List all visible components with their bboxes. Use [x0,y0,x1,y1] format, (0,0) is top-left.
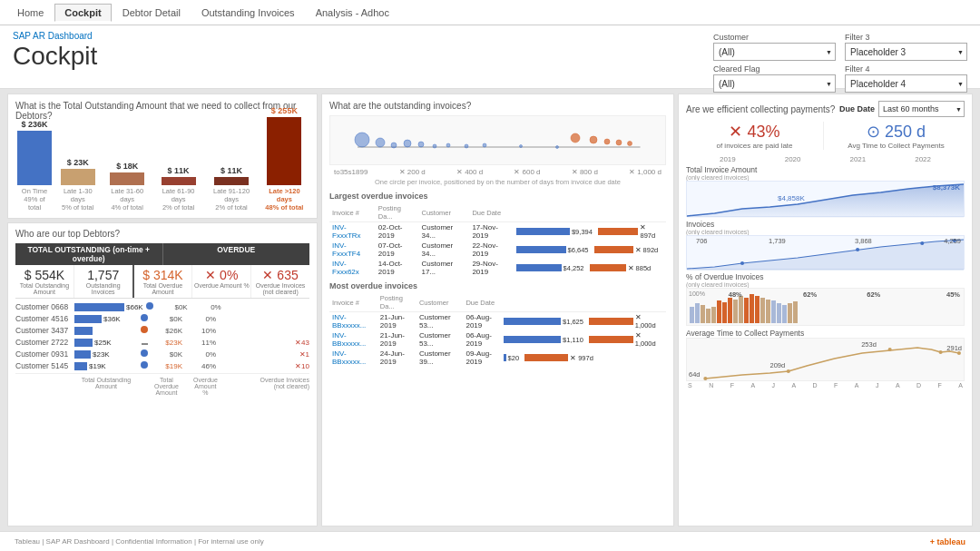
tab-home[interactable]: Home [7,4,54,22]
svg-point-17 [740,261,744,265]
period-select[interactable]: Last 60 months [878,101,965,117]
bar-2[interactable] [110,172,144,185]
outstanding-panel: What is the Total Outstanding Amount tha… [7,93,318,219]
eff-title: Are we efficient collecting payments? [686,104,835,114]
bar-label-top-2: $ 18K [116,162,138,171]
top-nav: Home Cockpit Debtor Detail Outstanding I… [0,0,980,25]
svg-point-6 [433,144,436,148]
bubble-chart [329,115,666,165]
svg-point-18 [856,248,859,251]
kpi-overdue-inv: ✕ 635 Overdue Invoices (not cleared) [251,265,309,298]
header-left: SAP AR Dashboard Cockpit [13,31,97,71]
bar-label-bottom-0: On Time49% of total [17,187,52,212]
svg-point-10 [520,145,523,148]
month-axis: SNFAJADFAJADFA [686,381,965,389]
tab-outstanding-invoices[interactable]: Outstanding Invoices [191,4,305,22]
bar-label-top-0: $ 236K [21,120,47,129]
kpi-total-invoices-label: Outstanding Invoices [75,282,132,295]
filter4-label: Filter 4 [845,64,967,74]
table-row: INV-Fxxx62x 14-Oct-2019 Customer 17... 2… [329,259,666,277]
eff-kpi-2-val: ⊙ 250 d [828,122,965,142]
filter4-group: Filter 4 Placeholder 4 ▼ [845,64,967,93]
svg-point-15 [616,140,622,145]
app-subtitle: SAP AR Dashboard [13,31,97,41]
bar-0[interactable] [17,131,52,185]
tab-debtor-detail[interactable]: Debtor Detail [113,4,191,22]
tab-analysis-adhoc[interactable]: Analysis - Adhoc [306,4,399,22]
bar-label-top-5: $ 255K [271,106,298,115]
svg-point-11 [556,146,559,149]
kpi-total-invoices-val: 1,757 [75,268,132,282]
eff-kpi-row: ✕ 43% of invoices are paid late ⊙ 250 d … [686,122,965,150]
eff-header: Are we efficient collecting payments? Du… [686,101,965,117]
tab-cockpit[interactable]: Cockpit [54,4,111,22]
list-item: Customer 0931 $23K $0K 0% ✕1 [15,349,309,359]
year-axis: 2019 2020 2021 2022 [686,155,965,163]
chart3-sub: (only cleared invoices) [686,281,965,288]
chart4-wrap: 64d 209d 253d 291d [686,338,965,381]
svg-point-9 [483,143,486,147]
svg-point-13 [590,136,597,143]
bar-1[interactable] [61,169,95,185]
chart3-label: % of Overdue Invoices [686,272,965,281]
middle-column: What are the outstanding invoices? [321,93,674,526]
list-item: Customer 4516 $36K $0K 0% [15,314,309,323]
chart4-container: Average Time to Collect Payments 64d 209… [686,329,965,519]
kpi-overdue-amount-val: $ 314K [135,268,191,282]
svg-point-22 [787,369,790,373]
table-row: INV-FxxxTRx 02-Oct-2019 Customer 34... 1… [329,222,666,241]
filter3-select[interactable]: Placeholder 3 [845,43,967,61]
list-item: Customer 3437 $26K 10% [15,326,309,335]
largest-overdue-section: Largest overdue invoices Invoice # Posti… [329,192,666,277]
debtors-kpi-row: $ 554K Total Outstanding Amount 1,757 Ou… [15,265,309,299]
kpi-total-amount-label: Total Outstanding Amount [16,282,73,295]
cleared-select[interactable]: (All) [713,74,836,93]
chart-note: One circle per invoice, positioned by on… [329,178,666,186]
svg-point-7 [446,143,450,147]
chart2-container: Invoices (only cleared invoices) 706 1,7… [686,220,965,270]
bar-4[interactable] [214,177,249,185]
chart2-label: Invoices [686,220,965,229]
table-row: INV-BBxxxxx... 21-Jun-2019 Customer 53..… [329,330,666,349]
chart2-svg-wrap: 706 1,739 3,868 4,259 [686,235,965,270]
svg-point-1 [355,133,369,147]
kpi-overdue-inv-label: Overdue Invoices (not cleared) [252,282,309,295]
eff-kpi-1: ✕ 43% of invoices are paid late [686,122,824,150]
bar-group-1: $ 23K Late 1-30 days5% of total [56,158,99,212]
bar-chart: $ 236K On Time49% of total $ 23K Late 1-… [15,125,309,212]
filter4-select-wrap: Placeholder 4 ▼ [845,74,967,93]
header-bar: SAP AR Dashboard Cockpit Customer (All) … [0,25,980,89]
bar-group-2: $ 18K Late 31-60 days4% of total [103,162,150,212]
bar-label-bottom-3: Late 61-90 days2% of total [155,187,201,212]
svg-point-23 [888,348,892,351]
chart3-wrap: 100% [686,288,965,326]
customer-select[interactable]: (All) [713,43,836,61]
bar-3[interactable] [162,177,196,185]
eff-kpi-1-sub: of invoices are paid late [686,142,823,150]
eff-kpi-2-sub: Avg Time to Collect Payments [828,142,965,150]
col-header-1: TOTAL OUTSTANDING (on-time + overdue) [15,243,163,265]
kpi-overdue-amount-label: Total Overdue Amount [135,282,191,295]
customer-list: Customer 0668 $66K $0K 0% Customer 4516 [15,302,309,370]
most-overdue-title: Most overdue invoices [329,281,666,290]
bar-group-3: $ 11K Late 61-90 days2% of total [155,166,201,212]
most-overdue-section: Most overdue invoices Invoice # Posting … [329,281,666,367]
invoice-panel: What are the outstanding invoices? [321,93,674,526]
filter4-select[interactable]: Placeholder 4 [845,74,967,93]
bar-group-4: $ 11K Late 91-120 days2% of total [206,166,256,212]
svg-point-4 [404,140,411,147]
footer: Tableau | SAP AR Dashboard | Confidentia… [0,531,980,551]
filter3-label: Filter 3 [845,33,967,42]
customer-select-wrap: (All) ▼ [713,43,836,61]
eff-filter-group: Due Date Last 60 months ▼ [839,101,965,117]
cleared-filter-group: Cleared Flag (All) ▼ [713,64,836,93]
largest-overdue-title: Largest overdue invoices [329,192,666,201]
debtors-col-headers: TOTAL OUTSTANDING (on-time + overdue) OV… [15,243,309,265]
tableau-logo: + tableau [930,537,965,546]
col-labels-row: Total OutstandingAmount Total OverdueAmo… [15,373,309,396]
right-column: Are we efficient collecting payments? Du… [678,93,973,526]
invoice-title: What are the outstanding invoices? [329,101,666,111]
bar-label-top-3: $ 11K [168,166,190,175]
table-row: INV-BBxxxxx... 21-Jun-2019 Customer 53..… [329,312,666,331]
bar-5[interactable] [267,117,301,185]
